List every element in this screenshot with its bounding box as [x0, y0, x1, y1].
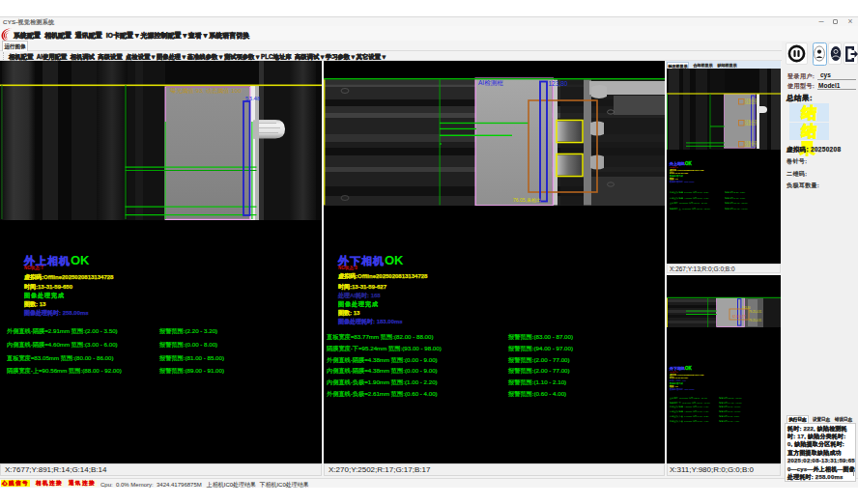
svg-text:123.80: 123.80: [549, 80, 568, 87]
svg-text:79.25,0.31: 79.25,0.31: [749, 319, 762, 322]
svg-text:76.05,未检出: 76.05,未检出: [513, 197, 541, 203]
svg-text:53.48,0.27: 53.48,0.27: [745, 123, 758, 126]
svg-text:79.25,0.31: 79.25,0.31: [749, 310, 762, 314]
svg-text:62.01,0.27: 62.01,0.27: [732, 315, 746, 319]
svg-text:53.48,0.27: 53.48,0.27: [745, 101, 758, 105]
svg-text:53.48,0.27: 53.48,0.27: [745, 144, 758, 148]
svg-text:AI检测框: AI检测框: [478, 79, 503, 87]
svg-text:53.48: 53.48: [245, 95, 261, 101]
svg-text:曝光阈值:93, 动态阈值:100: 曝光阈值:93, 动态阈值:100: [170, 87, 242, 95]
